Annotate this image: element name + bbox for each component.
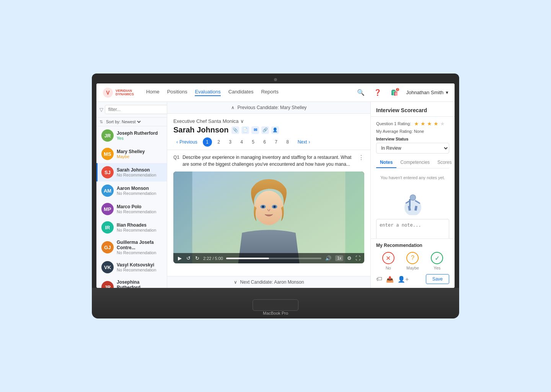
question-number-1[interactable]: 1 xyxy=(203,137,212,147)
recommendation-options: ✕ No ? Maybe ✓ Yes xyxy=(376,252,449,270)
candidate-item[interactable]: JR Joseph Rutherford Yes xyxy=(96,126,167,145)
search-button[interactable]: 🔍 xyxy=(355,87,366,98)
share-button[interactable]: 📤 xyxy=(386,276,394,283)
star-1[interactable]: ★ xyxy=(414,121,419,127)
top-nav: V VERIDIAN DYNAMICS Home Positions Evalu… xyxy=(96,83,455,102)
candidate-name-header: Sarah Johnson 📎 📄 ✉ 🔗 👤 xyxy=(173,126,364,134)
file-icon[interactable]: 📄 xyxy=(241,126,249,134)
rec-maybe: ? Maybe xyxy=(406,252,419,270)
nav-evaluations[interactable]: Evaluations xyxy=(195,89,220,96)
candidate-item[interactable]: AM Aaron Monson No Recommendation xyxy=(96,181,167,200)
rec-yes-button[interactable]: ✓ xyxy=(431,252,443,264)
speed-button[interactable]: 1x xyxy=(335,255,343,261)
candidate-item[interactable]: IR Ilian Rhoades No Recommendation xyxy=(96,218,167,237)
notification-count: 1 xyxy=(396,88,399,91)
sidebar: ▽ ⇅ Sort by: Newest Sort by: Oldest Sort… xyxy=(96,102,167,288)
question-text: Describe your experience in managing inv… xyxy=(183,154,355,168)
star-3[interactable]: ★ xyxy=(427,121,432,127)
prev-candidate-label: Previous Candidate: Mary Shelley xyxy=(238,105,307,110)
question-number-2[interactable]: 2 xyxy=(214,137,223,147)
star-2[interactable]: ★ xyxy=(421,121,425,127)
candidate-name: Mary Shelley xyxy=(117,149,163,154)
candidate-item[interactable]: JR Josephina Rutherford No Recommendatio… xyxy=(96,276,167,288)
rating-row: Question 1 Rating: ★ ★ ★ ★ ★ xyxy=(376,121,449,127)
rewind-button[interactable]: ↺ xyxy=(186,255,191,261)
nav-home[interactable]: Home xyxy=(146,89,160,96)
question-number-5[interactable]: 5 xyxy=(249,137,258,147)
add-user-button[interactable]: 👤+ xyxy=(398,276,409,283)
candidate-status: No Recommendation xyxy=(117,228,163,232)
play-button[interactable]: ▶ xyxy=(177,255,183,261)
star-4[interactable]: ★ xyxy=(434,121,439,127)
filter-icon: ▽ xyxy=(99,107,103,113)
scorecard-title: Interview Scorecard xyxy=(371,102,455,117)
right-panel: Interview Scorecard Question 1 Rating: ★… xyxy=(370,102,455,288)
tab-notes[interactable]: Notes xyxy=(376,157,396,168)
email-icon[interactable]: ✉ xyxy=(251,126,259,134)
nav-reports[interactable]: Reports xyxy=(261,89,279,96)
candidate-item-active[interactable]: SJ Sarah Johnson No Recommendation xyxy=(96,163,167,181)
prev-candidate-bar[interactable]: ∧ Previous Candidate: Mary Shelley xyxy=(167,102,370,114)
question-row: Q1 Describe your experience in managing … xyxy=(173,154,364,168)
tab-scores[interactable]: Scores xyxy=(434,157,455,168)
nav-positions[interactable]: Positions xyxy=(167,89,187,96)
candidate-status: No Recommendation xyxy=(117,191,163,196)
no-notes-container: You haven't entered any notes yet. xyxy=(376,172,449,219)
next-candidate-bar[interactable]: ∨ Next Candidate: Aaron Monson xyxy=(167,276,370,288)
candidate-status: No Recommendation xyxy=(117,209,163,214)
candidate-item[interactable]: MP Marco Polo No Recommendation xyxy=(96,200,167,218)
profile-icon[interactable]: 👤 xyxy=(271,126,279,134)
note-input[interactable] xyxy=(376,219,449,238)
save-button[interactable]: Save xyxy=(426,274,449,284)
fullscreen-button[interactable]: ⛶ xyxy=(355,255,360,261)
rec-actions: 🏷 📤 👤+ Save xyxy=(376,274,449,284)
svg-text:V: V xyxy=(106,90,110,96)
next-question-button[interactable]: Next › xyxy=(295,138,313,146)
next-candidate-label: Next Candidate: Aaron Monson xyxy=(240,279,304,285)
status-select[interactable]: In Review Approved Rejected xyxy=(376,143,449,154)
laptop-trackpad xyxy=(253,299,298,311)
candidate-name: Marco Polo xyxy=(117,204,163,209)
volume-button[interactable]: 🔊 xyxy=(324,255,332,261)
candidate-item[interactable]: VK Vasyl Kotsovskyi No Recommendation xyxy=(96,258,167,276)
prev-question-button[interactable]: ‹ Previous xyxy=(173,138,201,146)
filter-input[interactable] xyxy=(105,105,167,114)
tag-button[interactable]: 🏷 xyxy=(376,276,382,283)
question-number-8[interactable]: 8 xyxy=(283,137,292,147)
avatar: MP xyxy=(101,203,114,215)
candidate-list: JR Joseph Rutherford Yes MS Mary Shelley… xyxy=(96,126,167,288)
settings-button[interactable]: ⚙ xyxy=(346,255,352,261)
avatar: JR xyxy=(101,129,114,142)
avatar: MS xyxy=(101,148,114,160)
question-number-7[interactable]: 7 xyxy=(272,137,281,147)
logo-icon: V xyxy=(103,87,113,98)
laptop-label: MacBook Pro xyxy=(263,311,288,315)
candidate-item[interactable]: GJ Guillerma Josefa Contre... No Recomme… xyxy=(96,237,167,258)
empty-illustration xyxy=(398,185,428,215)
forward-button[interactable]: ↻ xyxy=(194,255,200,261)
rec-no-label: No xyxy=(386,266,391,270)
candidate-item[interactable]: MS Mary Shelley Maybe xyxy=(96,145,167,163)
rec-maybe-button[interactable]: ? xyxy=(406,252,419,264)
progress-bar[interactable] xyxy=(226,258,321,259)
tab-competencies[interactable]: Competencies xyxy=(396,157,434,168)
scorecard-body: Question 1 Rating: ★ ★ ★ ★ ★ My Average … xyxy=(371,117,455,238)
link-icon[interactable]: 🔗 xyxy=(261,126,269,134)
candidate-name: Guillerma Josefa Contre... xyxy=(117,240,163,250)
laptop-camera xyxy=(274,78,277,81)
chevron-down-icon: ▾ xyxy=(446,90,448,95)
help-button[interactable]: ❓ xyxy=(372,87,383,98)
question-number-3[interactable]: 3 xyxy=(226,137,235,147)
nav-right: 🔍 ❓ 🛍️ 1 Johnathan Smith ▾ xyxy=(355,87,448,98)
question-number-4[interactable]: 4 xyxy=(237,137,246,147)
video-controls: ▶ ↺ ↻ 2:22 / 5:00 🔊 1x ⚙ ⛶ xyxy=(173,253,364,263)
question-number-6[interactable]: 6 xyxy=(260,137,269,147)
rec-no-button[interactable]: ✕ xyxy=(382,252,395,264)
user-menu[interactable]: Johnathan Smith ▾ xyxy=(406,90,448,95)
sort-select[interactable]: Sort by: Newest Sort by: Oldest Sort by:… xyxy=(104,119,142,124)
attachment-icon[interactable]: 📎 xyxy=(231,126,239,134)
star-5[interactable]: ★ xyxy=(440,121,445,127)
question-menu-button[interactable]: ⋮ xyxy=(358,154,364,161)
nav-candidates[interactable]: Candidates xyxy=(228,89,254,96)
user-name: Johnathan Smith xyxy=(406,90,443,95)
